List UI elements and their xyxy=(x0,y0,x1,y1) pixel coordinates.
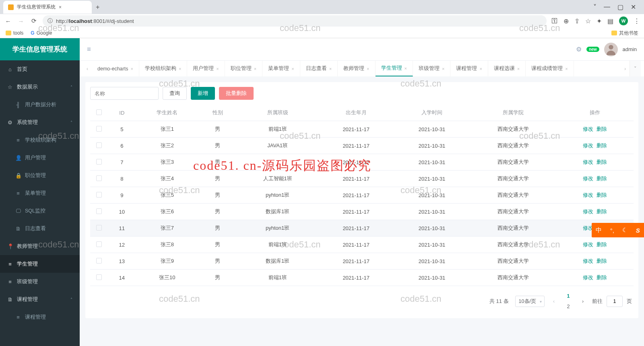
sidebar-item-teacher-mgmt[interactable]: 📍教师管理 xyxy=(0,237,80,255)
table-row[interactable]: 5张三1男前端1班2021-11-172021-10-31西南交通大学修改删除 xyxy=(90,121,634,138)
sidebar-item-student-mgmt[interactable]: ≡学生管理 xyxy=(0,255,80,273)
page-tab[interactable]: 学生管理× xyxy=(376,61,413,76)
sidebar-item-course-mgmt[interactable]: 🗎课程管理˄ xyxy=(0,290,80,308)
new-tab-button[interactable]: + xyxy=(96,4,99,11)
edit-link[interactable]: 修改 xyxy=(583,192,593,198)
sidebar-item-log-view[interactable]: 🗎日志查看 xyxy=(0,220,80,237)
table-row[interactable]: 6张三2男JAVA1班2021-11-172021-10-31西南交通大学修改删… xyxy=(90,138,634,154)
delete-link[interactable]: 删除 xyxy=(597,275,607,280)
window-maximize-icon[interactable]: ▢ xyxy=(617,3,623,11)
sidebar-item-sql-monitor[interactable]: 🖵SQL监控 xyxy=(0,202,80,220)
tab-close-icon[interactable]: × xyxy=(216,66,219,71)
profile-avatar-icon[interactable]: W xyxy=(619,16,628,25)
user-avatar[interactable] xyxy=(604,43,618,56)
pagination-prev-button[interactable]: ‹ xyxy=(549,296,559,307)
sidebar-item-user-mgmt[interactable]: 👤用户管理 xyxy=(0,149,80,167)
table-row[interactable]: 11张三7男pyhton1班2021-11-172021-10-31西南交通大学… xyxy=(90,220,634,237)
browser-tab[interactable]: 学生信息管理系统 × xyxy=(3,1,92,14)
extensions-icon[interactable]: ✦ xyxy=(597,17,602,25)
tab-close-icon[interactable]: × xyxy=(367,66,369,71)
page-tab[interactable]: 日志查看× xyxy=(300,61,338,76)
page-tab[interactable]: 课程成绩管理× xyxy=(526,61,574,76)
row-checkbox[interactable] xyxy=(96,258,102,264)
page-tab[interactable]: 用户管理× xyxy=(187,61,225,76)
edit-link[interactable]: 修改 xyxy=(583,159,593,165)
delete-link[interactable]: 删除 xyxy=(597,258,607,264)
row-checkbox[interactable] xyxy=(96,159,102,165)
page-tab[interactable]: 职位管理× xyxy=(225,61,262,76)
page-tab[interactable]: 课程管理× xyxy=(450,61,488,76)
delete-link[interactable]: 删除 xyxy=(597,126,607,132)
ime-punct[interactable]: °, xyxy=(610,227,614,234)
row-checkbox[interactable] xyxy=(96,142,102,148)
edit-link[interactable]: 修改 xyxy=(583,143,593,148)
tabs-scroll-right-button[interactable]: › xyxy=(621,61,630,76)
bookmark-google[interactable]: GGoogle xyxy=(31,30,52,36)
query-button[interactable]: 查询 xyxy=(163,87,187,100)
sidebar-item-home[interactable]: ⌂首页 xyxy=(0,60,80,78)
edit-link[interactable]: 修改 xyxy=(583,275,593,280)
batch-delete-button[interactable]: 批量删除 xyxy=(219,87,254,100)
sidebar-item-menu-mgmt[interactable]: ≡菜单管理 xyxy=(0,184,80,202)
tab-close-icon[interactable]: × xyxy=(405,66,407,71)
page-tab[interactable]: 学校组织架构× xyxy=(139,61,187,76)
table-row[interactable]: 10张三6男数据库1班2021-11-172021-10-31西南交通大学修改删… xyxy=(90,204,634,220)
ime-moon-icon[interactable]: ☾ xyxy=(622,227,627,234)
nav-reload-button[interactable]: ⟳ xyxy=(30,17,38,25)
tab-close-icon[interactable]: × xyxy=(291,66,294,71)
window-dropdown-icon[interactable]: ˅ xyxy=(593,3,597,11)
sidebar-item-school-org[interactable]: ≡学校组织架构 xyxy=(0,131,80,149)
ime-s-icon[interactable]: S xyxy=(636,227,640,234)
pagination-page-button[interactable]: 2 xyxy=(563,301,574,312)
url-input[interactable]: ⓘ http://localhost:8001/#/dj-student xyxy=(43,15,547,27)
pagination-page-button[interactable]: 1 xyxy=(563,291,574,301)
row-checkbox[interactable] xyxy=(96,208,102,214)
bookmark-other[interactable]: 其他书签 xyxy=(611,30,638,37)
sidebar-toggle-button[interactable]: ≡ xyxy=(87,45,91,54)
window-minimize-icon[interactable]: — xyxy=(604,3,610,11)
edit-link[interactable]: 修改 xyxy=(583,126,593,132)
tab-close-icon[interactable]: × xyxy=(479,66,482,71)
share-icon[interactable]: ⇪ xyxy=(574,17,580,25)
table-row[interactable]: 8张三4男人工智能1班2021-11-172021-10-31西南交通大学修改删… xyxy=(90,171,634,187)
tabs-scroll-left-button[interactable]: ‹ xyxy=(83,61,92,76)
delete-link[interactable]: 删除 xyxy=(597,176,607,181)
name-filter-input[interactable] xyxy=(90,87,159,100)
sidebar-item-class-mgmt[interactable]: ≡班级管理 xyxy=(0,273,80,290)
tab-close-icon[interactable]: × xyxy=(565,66,568,71)
page-tab[interactable]: 课程选课× xyxy=(488,61,526,76)
delete-link[interactable]: 删除 xyxy=(597,192,607,198)
sidebar-item-course-mgmt-sub[interactable]: ≡课程管理 xyxy=(0,308,80,326)
sidebar-item-position-mgmt[interactable]: 🔒职位管理 xyxy=(0,167,80,184)
delete-link[interactable]: 删除 xyxy=(597,242,607,247)
table-row[interactable]: 13张三9男数据库1班2021-11-172021-10-31西南交通大学修改删… xyxy=(90,253,634,270)
nav-back-button[interactable]: ← xyxy=(4,18,12,25)
edit-link[interactable]: 修改 xyxy=(583,258,593,264)
table-row[interactable]: 14张三10男前端1班2021-11-172021-10-31西南交通大学修改删… xyxy=(90,270,634,286)
delete-link[interactable]: 删除 xyxy=(597,159,607,165)
bookmark-star-icon[interactable]: ☆ xyxy=(585,17,591,25)
menu-kebab-icon[interactable]: ⋮ xyxy=(634,17,640,25)
tab-close-icon[interactable]: × xyxy=(59,4,62,10)
site-info-icon[interactable]: ⓘ xyxy=(47,17,53,25)
ime-lang[interactable]: 中 xyxy=(596,227,602,234)
goto-page-input[interactable] xyxy=(607,296,623,307)
row-checkbox[interactable] xyxy=(96,175,102,181)
tab-close-icon[interactable]: × xyxy=(442,66,444,71)
nav-forward-button[interactable]: → xyxy=(17,18,25,25)
reading-list-icon[interactable]: ▤ xyxy=(607,17,613,25)
delete-link[interactable]: 删除 xyxy=(597,143,607,148)
tab-close-icon[interactable]: × xyxy=(254,66,256,71)
add-button[interactable]: 新增 xyxy=(191,87,215,100)
sidebar-item-data-display[interactable]: ☆数据展示˄ xyxy=(0,78,80,96)
edit-link[interactable]: 修改 xyxy=(583,242,593,247)
tabs-dropdown-button[interactable]: ˅ xyxy=(630,61,641,76)
row-checkbox[interactable] xyxy=(96,192,102,198)
tab-close-icon[interactable]: × xyxy=(130,66,133,71)
page-tab[interactable]: 班级管理× xyxy=(413,61,450,76)
row-checkbox[interactable] xyxy=(96,241,102,247)
edit-link[interactable]: 修改 xyxy=(583,209,593,214)
edit-link[interactable]: 修改 xyxy=(583,176,593,181)
tab-close-icon[interactable]: × xyxy=(329,66,332,71)
table-row[interactable]: 7张三3男2021-11-172021-10-31西南交通大学修改删除 xyxy=(90,154,634,171)
